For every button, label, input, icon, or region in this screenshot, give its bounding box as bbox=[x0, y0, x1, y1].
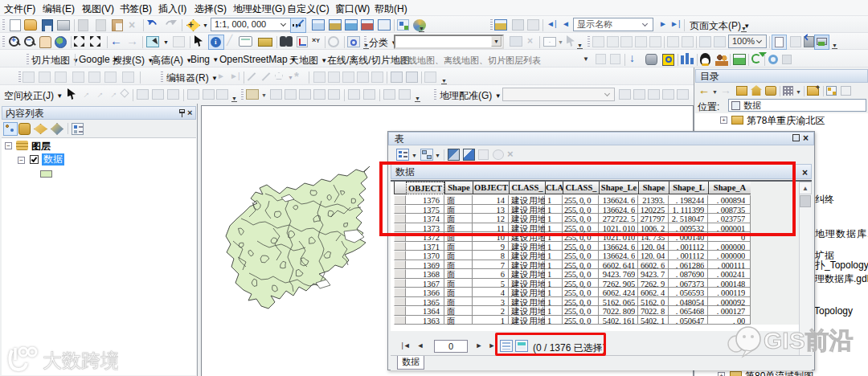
svg-text:大数跨境: 大数跨境 bbox=[43, 349, 118, 371]
svg-text:GIS前沿: GIS前沿 bbox=[764, 327, 854, 354]
